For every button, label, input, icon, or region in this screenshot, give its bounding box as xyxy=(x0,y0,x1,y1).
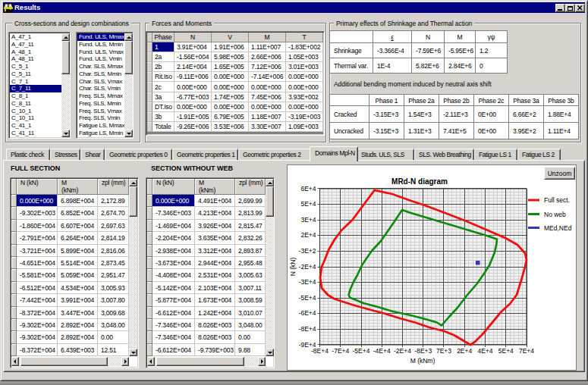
svg-text:-6E+4: -6E+4 xyxy=(299,309,316,317)
svg-text:-2E+4: -2E+4 xyxy=(299,263,316,271)
svg-text:-7E+4: -7E+4 xyxy=(332,347,349,355)
svg-text:-3E+4: -3E+4 xyxy=(299,278,316,286)
svg-text:5E+4: 5E+4 xyxy=(498,347,514,355)
svg-text:-4E+4: -4E+4 xyxy=(373,347,391,355)
svg-text:4E+4: 4E+4 xyxy=(477,347,492,355)
svg-text:2E+4: 2E+4 xyxy=(300,231,316,239)
svg-text:N (kN): N (kN) xyxy=(289,258,297,277)
svg-text:-2E+4: -2E+4 xyxy=(394,347,411,355)
svg-text:-5E+4: -5E+4 xyxy=(299,294,316,302)
svg-text:-8E+4: -8E+4 xyxy=(311,347,329,355)
svg-text:-5E+4: -5E+4 xyxy=(353,347,370,355)
svg-text:2E+4: 2E+4 xyxy=(457,347,472,355)
svg-text:M (kNm): M (kNm) xyxy=(410,357,435,365)
svg-text:No web: No web xyxy=(544,211,566,218)
svg-text:MRd-N diagram: MRd-N diagram xyxy=(391,177,448,186)
svg-text:7E+4: 7E+4 xyxy=(519,347,534,355)
svg-text:MEd,NEd: MEd,NEd xyxy=(544,224,572,232)
svg-text:6E+4: 6E+4 xyxy=(300,185,316,192)
svg-text:5E+4: 5E+4 xyxy=(300,200,316,208)
svg-text:Full sect.: Full sect. xyxy=(544,196,570,204)
svg-text:-8E+4: -8E+4 xyxy=(299,325,316,333)
svg-text:7E+3: 7E+3 xyxy=(436,347,451,355)
svg-text:-8E+3: -8E+3 xyxy=(414,347,432,355)
svg-text:-3E+2: -3E+2 xyxy=(299,247,316,255)
svg-text:3E+4: 3E+4 xyxy=(300,216,316,224)
